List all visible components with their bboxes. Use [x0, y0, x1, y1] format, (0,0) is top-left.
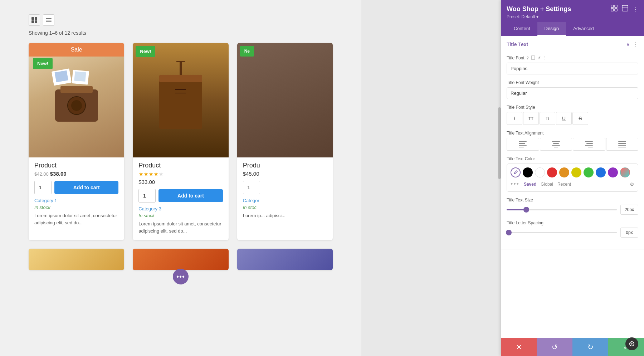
redo-button[interactable]: ↻	[572, 338, 608, 356]
title-font-weight-row: Title Font Weight Regular	[507, 80, 638, 99]
divi-corner-icon[interactable]	[625, 337, 638, 350]
cancel-button[interactable]: ✕	[501, 338, 537, 356]
more-colors-icon[interactable]: •••	[511, 180, 519, 188]
stock-status: In stock	[34, 205, 118, 210]
eyedropper-tool[interactable]	[511, 167, 521, 177]
product-description: Lorem ip... adipisci...	[243, 212, 327, 219]
color-swatches	[511, 167, 634, 177]
floating-action-button[interactable]: •••	[173, 269, 189, 284]
svg-rect-25	[622, 5, 628, 11]
title-text-size-label: Title Text Size	[507, 197, 638, 203]
add-to-cart-button[interactable]: Add to cart	[158, 189, 223, 202]
color-settings-icon[interactable]: ⚙	[630, 181, 634, 187]
color-swatch-red[interactable]	[547, 167, 557, 177]
products-grid: Sale New!	[29, 43, 333, 240]
panel-preset[interactable]: Preset: Default ▾	[507, 14, 638, 19]
color-swatch-yellow[interactable]	[571, 167, 581, 177]
chevron-up-icon[interactable]: ∧	[626, 42, 630, 47]
tab-design[interactable]: Design	[537, 22, 566, 36]
text-size-value[interactable]: 20px	[620, 205, 638, 215]
product-card-partial	[237, 249, 333, 270]
undo-button[interactable]: ↺	[537, 338, 572, 356]
letter-spacing-value[interactable]: 0px	[620, 228, 638, 238]
global-colors-tab[interactable]: Global	[541, 182, 553, 187]
new-badge: New!	[136, 46, 155, 57]
layout-icon[interactable]	[622, 5, 628, 13]
scrollbar[interactable]	[498, 0, 501, 356]
align-justify-button[interactable]	[606, 138, 639, 151]
uppercase-button[interactable]: TT	[523, 112, 539, 125]
add-to-cart-button[interactable]: Add to cart	[54, 181, 118, 194]
settings-icon[interactable]	[611, 5, 618, 13]
tab-advanced[interactable]: Advanced	[566, 22, 601, 36]
title-font-style-row: Title Font Style I TT Tt U S	[507, 105, 638, 125]
font-weight-select[interactable]: Regular	[507, 87, 638, 99]
product-card: Ne Produ $45.00 Categor In stoc Lorem ip…	[237, 43, 333, 240]
align-right-button[interactable]	[573, 138, 605, 151]
product-image	[237, 43, 333, 157]
align-left-button[interactable]	[507, 138, 539, 151]
underline-button[interactable]: U	[556, 112, 572, 125]
sale-price: $38.00	[50, 171, 67, 177]
color-swatch-white[interactable]	[535, 167, 545, 177]
stock-status: In stock	[138, 213, 223, 218]
align-center-button[interactable]	[540, 138, 572, 151]
products-grid-bottom	[29, 249, 333, 270]
svg-rect-24	[615, 9, 617, 11]
svg-rect-23	[615, 5, 617, 8]
stock-status: In stoc	[243, 205, 327, 210]
slider-thumb[interactable]	[523, 207, 529, 213]
svg-rect-22	[611, 9, 614, 11]
color-swatch-black[interactable]	[523, 167, 533, 177]
color-swatch-blue[interactable]	[596, 167, 606, 177]
tab-content[interactable]: Content	[507, 22, 537, 36]
quantity-input[interactable]	[34, 181, 52, 194]
quantity-input[interactable]	[243, 181, 260, 194]
help-icon[interactable]: ?	[527, 56, 529, 60]
title-text-color-row: Title Text Color	[507, 156, 638, 192]
regular-price: $33.00	[138, 179, 155, 185]
saved-colors-tab[interactable]: Saved	[524, 182, 536, 187]
category-link[interactable]: Category 3	[138, 206, 223, 211]
strikethrough-button[interactable]: S	[572, 112, 588, 125]
scroll-thumb[interactable]	[498, 107, 501, 179]
color-swatch-green[interactable]	[584, 167, 594, 177]
category-link[interactable]: Categor	[243, 198, 327, 203]
product-info: Produ $45.00 Categor In stoc Lorem ip...…	[237, 157, 333, 219]
product-image-wrap: Sale New!	[29, 43, 124, 157]
letter-spacing-slider[interactable]	[507, 229, 617, 236]
grid-view-button[interactable]	[29, 14, 40, 26]
capitalize-button[interactable]: Tt	[540, 112, 555, 125]
product-price: $33.00	[138, 179, 223, 185]
recent-colors-tab[interactable]: Recent	[557, 182, 571, 187]
letter-spacing-slider-row: 0px	[507, 228, 638, 238]
svg-rect-15	[159, 75, 202, 129]
slider-track	[507, 232, 617, 233]
text-size-slider[interactable]	[507, 206, 617, 213]
list-view-button[interactable]	[43, 14, 54, 26]
category-link[interactable]: Category 1	[34, 198, 118, 203]
font-icon[interactable]	[531, 55, 535, 60]
quantity-input[interactable]	[138, 189, 156, 203]
italic-button[interactable]: I	[507, 112, 522, 125]
more-options-icon[interactable]: ⋮	[633, 6, 638, 13]
product-name: Product	[138, 162, 223, 169]
color-swatch-orange[interactable]	[559, 167, 569, 177]
color-swatch-purple[interactable]	[608, 167, 618, 177]
panel-body[interactable]: Title Text ∧ ⋮ Title Font ? ↺	[501, 36, 644, 338]
panel-title-row: Woo Shop + Settings ⋮	[507, 5, 638, 13]
svg-rect-4	[46, 18, 52, 19]
color-swatch-gradient[interactable]	[620, 167, 630, 177]
reset-icon[interactable]: ↺	[537, 56, 541, 60]
title-text-alignment-label: Title Text Alignment	[507, 131, 638, 136]
star-rating: ★★★★★	[138, 171, 223, 177]
sale-banner: Sale	[29, 43, 124, 57]
font-select[interactable]: Poppins	[507, 63, 638, 74]
section-header[interactable]: Title Text ∧ ⋮	[501, 36, 644, 53]
slider-thumb[interactable]	[506, 230, 512, 235]
original-price: $42.00	[34, 171, 49, 177]
section-menu-icon[interactable]: ⋮	[633, 41, 638, 48]
product-name: Product	[34, 162, 118, 169]
more-icon[interactable]: ⋮	[543, 56, 547, 60]
title-text-alignment-row: Title Text Alignment	[507, 131, 638, 151]
